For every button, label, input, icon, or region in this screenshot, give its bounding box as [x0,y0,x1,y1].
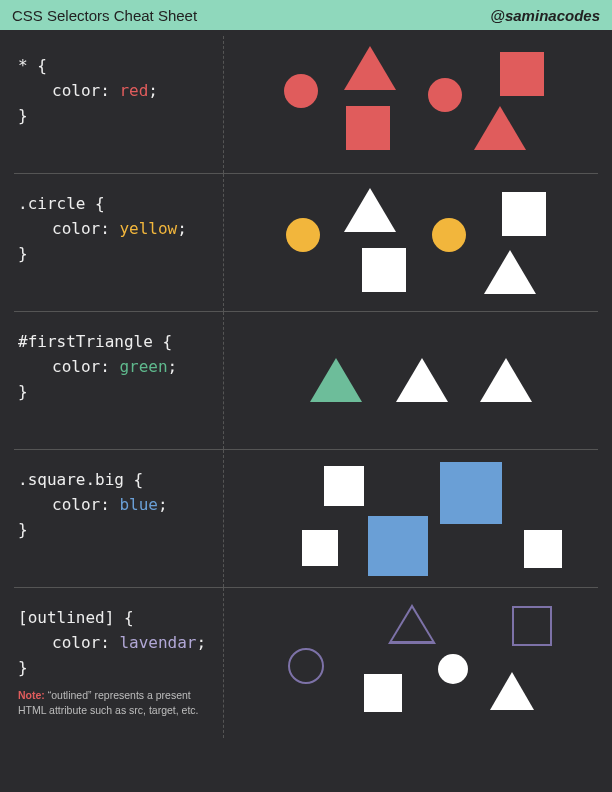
example-row: [outlined] { color: lavendar; } Note: “o… [14,588,598,738]
square-icon [512,606,552,646]
code-block: .circle { color: yellow; } [14,174,224,311]
square-icon [346,106,390,150]
triangle-icon [474,106,526,150]
prop-name: color [52,219,100,238]
note-body: “outlined” represents a present HTML att… [18,689,199,715]
example-row: * { color: red; } [14,36,598,174]
circle-icon [286,218,320,252]
code-block: [outlined] { color: lavendar; } Note: “o… [14,588,224,738]
square-icon [362,248,406,292]
circle-icon [432,218,466,252]
selector-line: .circle { [18,192,219,217]
prop-name: color [52,495,100,514]
header-bar: CSS Selectors Cheat Sheet @saminacodes [0,0,612,30]
triangle-icon [344,46,396,90]
code-block: #firstTriangle { color: green; } [14,312,224,449]
triangle-icon [396,358,448,402]
triangle-icon [490,672,534,710]
square-icon [524,530,562,568]
prop-value: yellow [119,219,177,238]
prop-value: blue [119,495,158,514]
visual-panel [224,36,598,173]
triangle-icon [310,358,362,402]
circle-icon [284,74,318,108]
close-brace: } [18,518,219,543]
square-icon [440,462,502,524]
square-icon [324,466,364,506]
selector-line: .square.big { [18,468,219,493]
triangle-icon [344,188,396,232]
example-row: #firstTriangle { color: green; } [14,312,598,450]
circle-icon [428,78,462,112]
code-block: .square.big { color: blue; } [14,450,224,587]
prop-name: color [52,81,100,100]
square-icon [302,530,338,566]
square-icon [502,192,546,236]
close-brace: } [18,104,219,129]
close-brace: } [18,656,219,681]
selector-line: * { [18,54,219,79]
square-icon [368,516,428,576]
triangle-icon [480,358,532,402]
close-brace: } [18,380,219,405]
triangle-icon [388,606,436,646]
visual-panel [224,312,598,449]
visual-panel [224,174,598,311]
selector-line: [outlined] { [18,606,219,631]
prop-name: color [52,357,100,376]
example-row: .circle { color: yellow; } [14,174,598,312]
page-title: CSS Selectors Cheat Sheet [12,7,197,24]
visual-panel [224,588,598,738]
close-brace: } [18,242,219,267]
selector-line: #firstTriangle { [18,330,219,355]
note-text: Note: “outlined” represents a present HT… [18,688,219,716]
prop-name: color [52,633,100,652]
prop-value: red [119,81,148,100]
circle-icon [438,654,468,684]
prop-value: lavendar [119,633,196,652]
note-label: Note: [18,689,45,701]
square-icon [500,52,544,96]
example-row: .square.big { color: blue; } [14,450,598,588]
code-block: * { color: red; } [14,36,224,173]
triangle-icon [484,250,536,294]
square-icon [364,674,402,712]
prop-value: green [119,357,167,376]
circle-icon [288,648,324,684]
visual-panel [224,450,598,587]
author-handle: @saminacodes [490,7,600,24]
